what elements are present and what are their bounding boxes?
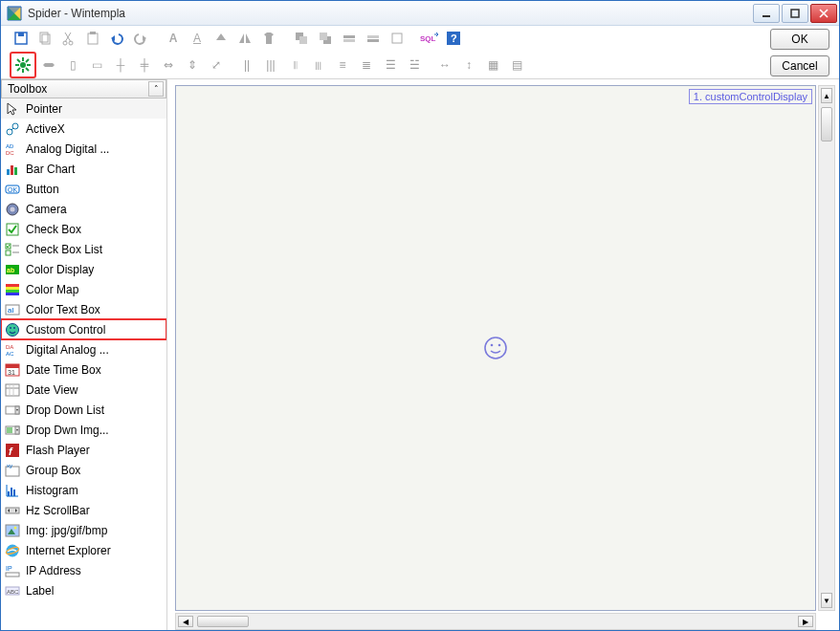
toolbox-list[interactable]: PointerActiveXADDCAnalog Digital ...Bar … xyxy=(1,98,166,630)
canvas-hscrollbar[interactable]: ◀ ▶ xyxy=(175,613,816,630)
camera-icon xyxy=(5,202,20,217)
ok-button[interactable]: OK xyxy=(770,29,829,50)
help-icon[interactable]: ? xyxy=(443,28,464,49)
toolbox-item-hzscrollbar[interactable]: Hz ScrollBar xyxy=(1,500,166,520)
toolbox-item-colormap[interactable]: Color Map xyxy=(1,279,166,299)
customcontrol-icon xyxy=(5,322,20,337)
canvas-vscrollbar[interactable]: ▲ ▼ xyxy=(818,85,835,611)
ie-icon xyxy=(5,543,20,558)
svg-rect-13 xyxy=(88,33,98,44)
toolbox-item-label[interactable]: ABCLabel xyxy=(1,580,166,600)
design-canvas[interactable]: 1. customControlDisplay xyxy=(175,85,816,611)
save-icon[interactable] xyxy=(11,28,32,49)
dist-v4-icon[interactable]: ☱ xyxy=(404,54,425,76)
toolbox-item-dropdownlist[interactable]: Drop Down List xyxy=(1,400,166,420)
same-width-icon[interactable]: ⇔ xyxy=(158,54,179,76)
toolbox-item-checkboxlist[interactable]: Check Box List xyxy=(1,239,166,259)
toolbox-item-pointer[interactable]: Pointer xyxy=(1,98,166,119)
grid-icon[interactable]: ▦ xyxy=(482,54,503,76)
close-button[interactable] xyxy=(810,4,837,23)
dist-v1-icon[interactable]: ≡ xyxy=(332,54,353,76)
toolbox-item-camera[interactable]: Camera xyxy=(1,199,166,219)
scroll-down-icon[interactable]: ▼ xyxy=(821,593,832,608)
toolbox-item-activex[interactable]: ActiveX xyxy=(1,119,166,139)
center-v-icon[interactable]: ↕ xyxy=(458,54,479,76)
copy-icon[interactable] xyxy=(34,28,55,49)
toolbox-item-colortextbox[interactable]: aIColor Text Box xyxy=(1,299,166,319)
toolbox-item-datetimebox[interactable]: 31Date Time Box xyxy=(1,359,166,380)
layer-3-icon[interactable] xyxy=(387,28,408,49)
grid2-icon[interactable]: ▤ xyxy=(506,54,527,76)
toolbox-item-groupbox[interactable]: xyGroup Box xyxy=(1,460,166,480)
toolbox-item-customcontrol[interactable]: Custom Control xyxy=(1,319,166,339)
dist-v3-icon[interactable]: ☰ xyxy=(380,54,401,76)
toolbox-item-label: Color Text Box xyxy=(26,303,100,316)
toolbox-item-dropdownimg[interactable]: Drop Dwn Img... xyxy=(1,420,166,440)
toolbox-item-checkbox[interactable]: Check Box xyxy=(1,219,166,239)
scroll-left-icon[interactable]: ◀ xyxy=(178,616,193,627)
toolbox-item-img[interactable]: Img: jpg/gif/bmp xyxy=(1,520,166,540)
svg-rect-84 xyxy=(7,427,12,433)
cut-icon[interactable] xyxy=(58,28,79,49)
toolbox-item-colordisplay[interactable]: abColor Display xyxy=(1,259,166,279)
align-top-icon[interactable]: ▭ xyxy=(86,54,107,76)
font-a-underline-icon[interactable]: A xyxy=(187,28,208,49)
svg-rect-14 xyxy=(90,32,96,34)
toolbox-collapse-icon[interactable]: ˄ xyxy=(148,81,164,97)
scroll-up-icon[interactable]: ▲ xyxy=(821,88,832,103)
center-h-icon[interactable]: ↔ xyxy=(434,54,455,76)
hexpand-icon[interactable] xyxy=(38,54,59,76)
contract-icon[interactable]: ⤢ xyxy=(206,54,227,76)
snap-toggle-icon[interactable] xyxy=(11,53,35,77)
histogram-icon xyxy=(5,483,20,498)
scroll-right-icon[interactable]: ▶ xyxy=(798,616,813,627)
toolbox-item-adc[interactable]: ADDCAnalog Digital ... xyxy=(1,139,166,159)
layer-1-icon[interactable] xyxy=(339,28,360,49)
svg-rect-64 xyxy=(6,290,19,293)
send-back-icon[interactable] xyxy=(315,28,336,49)
align-center-v-icon[interactable]: ╪ xyxy=(134,54,155,76)
toolbox-item-dateview[interactable]: Date View xyxy=(1,380,166,400)
cancel-button[interactable]: Cancel xyxy=(770,55,829,76)
toolbox-item-label: Drop Dwn Img... xyxy=(26,424,109,437)
dist-h3-icon[interactable]: ⫴ xyxy=(284,54,305,76)
svg-text:SQL: SQL xyxy=(420,34,436,43)
hscroll-thumb[interactable] xyxy=(197,616,249,627)
sql-icon[interactable]: SQL xyxy=(419,28,440,49)
align-left-icon[interactable]: ▯ xyxy=(62,54,83,76)
same-height-icon[interactable]: ⇕ xyxy=(182,54,203,76)
svg-rect-24 xyxy=(343,35,355,38)
paste-icon[interactable] xyxy=(82,28,103,49)
undo-icon[interactable] xyxy=(106,28,127,49)
toolbox-item-button[interactable]: OKButton xyxy=(1,179,166,199)
svg-text:OK: OK xyxy=(8,186,17,193)
toolbox-item-flashplayer[interactable]: fFlash Player xyxy=(1,440,166,460)
tshirt-icon[interactable] xyxy=(258,28,279,49)
placed-control-label[interactable]: 1. customControlDisplay xyxy=(689,89,812,104)
vscroll-thumb[interactable] xyxy=(821,107,832,141)
fill-icon[interactable] xyxy=(210,28,232,49)
toolbox-item-barchart[interactable]: Bar Chart xyxy=(1,159,166,179)
minimize-button[interactable] xyxy=(753,4,780,23)
dist-v2-icon[interactable]: ≣ xyxy=(356,54,377,76)
svg-text:aI: aI xyxy=(8,306,14,315)
align-center-h-icon[interactable]: ┼ xyxy=(110,54,131,76)
layer-2-icon[interactable] xyxy=(363,28,384,49)
toolbox-item-dac[interactable]: DAACDigital Analog ... xyxy=(1,339,166,359)
window-title: Spider - Wintempla xyxy=(28,7,125,20)
flashplayer-icon: f xyxy=(5,443,20,458)
dist-h4-icon[interactable]: ⫼ xyxy=(308,54,329,76)
font-a-icon[interactable]: A xyxy=(163,28,184,49)
design-canvas-wrap: 1. customControlDisplay ▲ ▼ ◀ ▶ xyxy=(167,79,839,630)
toolbox-item-histogram[interactable]: Histogram xyxy=(1,480,166,500)
toolbox-item-ie[interactable]: Internet Explorer xyxy=(1,540,166,560)
dist-h2-icon[interactable]: ||| xyxy=(260,54,281,76)
maximize-button[interactable] xyxy=(782,4,808,23)
dist-h1-icon[interactable]: || xyxy=(236,54,257,76)
groupbox-icon: xy xyxy=(5,463,20,478)
redo-icon[interactable] xyxy=(130,28,151,49)
mirror-icon[interactable] xyxy=(234,28,255,49)
toolbox-header[interactable]: Toolbox ˄ xyxy=(1,79,166,98)
bring-front-icon[interactable] xyxy=(291,28,312,49)
toolbox-item-ipaddress[interactable]: IPIP Address xyxy=(1,560,166,580)
